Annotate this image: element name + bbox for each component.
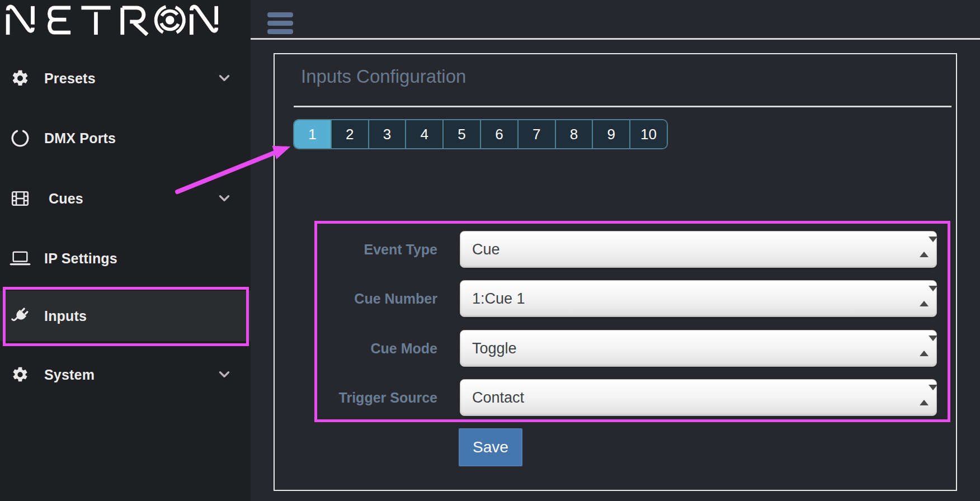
sidebar-item-label: DMX Ports bbox=[44, 130, 116, 146]
select-arrows-icon bbox=[920, 390, 929, 405]
netron-logo bbox=[4, 4, 218, 36]
input-tab-6[interactable]: 6 bbox=[480, 120, 517, 148]
save-button[interactable]: Save bbox=[459, 428, 522, 466]
input-tab-8[interactable]: 8 bbox=[555, 120, 592, 148]
menu-button[interactable] bbox=[267, 12, 293, 34]
event-type-value: Cue bbox=[460, 241, 500, 258]
inputs-configuration-panel: Inputs Configuration 1 2 3 4 5 6 7 8 9 1… bbox=[274, 53, 957, 491]
topbar bbox=[251, 0, 980, 40]
chevron-down-icon bbox=[216, 70, 233, 87]
sidebar-item-ip-settings[interactable]: IP Settings bbox=[0, 233, 251, 283]
cue-mode-label: Cue Mode bbox=[275, 330, 437, 367]
cue-mode-select[interactable]: Toggle bbox=[460, 330, 937, 367]
sidebar-item-inputs[interactable]: Inputs bbox=[0, 291, 251, 341]
ring-icon bbox=[10, 127, 31, 149]
main-content: Inputs Configuration 1 2 3 4 5 6 7 8 9 1… bbox=[251, 0, 980, 501]
event-type-label: Event Type bbox=[275, 231, 437, 268]
sidebar-item-system[interactable]: System bbox=[0, 349, 251, 400]
page-title: Inputs Configuration bbox=[301, 66, 466, 87]
chevron-down-icon bbox=[216, 190, 233, 207]
chevron-down-icon bbox=[216, 366, 233, 383]
sidebar-item-cues[interactable]: Cues bbox=[0, 173, 251, 224]
laptop-icon bbox=[10, 248, 31, 269]
sidebar-item-label: System bbox=[44, 367, 95, 383]
input-tabs: 1 2 3 4 5 6 7 8 9 10 bbox=[293, 119, 668, 149]
input-tab-4[interactable]: 4 bbox=[405, 120, 442, 148]
netron-logo-icon bbox=[4, 4, 218, 36]
input-tab-3[interactable]: 3 bbox=[368, 120, 406, 148]
sidebar: Presets DMX Ports Cues bbox=[0, 0, 251, 501]
title-divider bbox=[294, 106, 951, 107]
cue-number-label: Cue Number bbox=[275, 280, 437, 317]
select-arrows-icon bbox=[920, 242, 929, 257]
netron-app: Presets DMX Ports Cues bbox=[0, 0, 980, 501]
trigger-source-label: Trigger Source bbox=[275, 379, 437, 416]
gear-icon bbox=[10, 68, 31, 89]
sidebar-item-dmx-ports[interactable]: DMX Ports bbox=[0, 113, 251, 163]
input-tab-7[interactable]: 7 bbox=[517, 120, 555, 148]
event-type-select[interactable]: Cue bbox=[460, 231, 937, 268]
select-arrows-icon bbox=[920, 291, 929, 306]
select-arrows-icon bbox=[920, 341, 929, 356]
sidebar-item-label: Presets bbox=[44, 70, 96, 87]
plug-icon bbox=[10, 305, 31, 327]
cue-mode-value: Toggle bbox=[460, 340, 517, 357]
sidebar-item-label: IP Settings bbox=[44, 250, 117, 267]
input-tab-10[interactable]: 10 bbox=[629, 120, 667, 148]
input-tab-2[interactable]: 2 bbox=[331, 120, 368, 148]
trigger-source-select[interactable]: Contact bbox=[460, 379, 937, 416]
trigger-source-value: Contact bbox=[460, 389, 524, 407]
gear-icon bbox=[10, 364, 31, 385]
cue-number-select[interactable]: 1:Cue 1 bbox=[460, 280, 937, 317]
hamburger-icon bbox=[267, 12, 293, 17]
input-tab-1[interactable]: 1 bbox=[294, 120, 331, 148]
sidebar-item-label: Cues bbox=[49, 191, 83, 207]
input-tab-5[interactable]: 5 bbox=[442, 120, 480, 148]
sidebar-item-presets[interactable]: Presets bbox=[0, 53, 251, 103]
cue-number-value: 1:Cue 1 bbox=[460, 290, 525, 308]
input-tab-9[interactable]: 9 bbox=[592, 120, 629, 148]
sidebar-item-label: Inputs bbox=[44, 308, 87, 324]
film-icon bbox=[10, 188, 31, 209]
